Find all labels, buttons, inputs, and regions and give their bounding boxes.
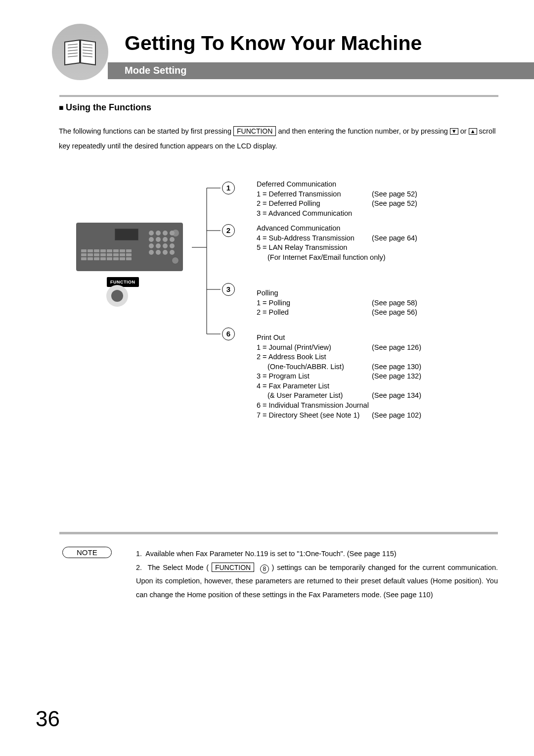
down-arrow-icon: ▼ [450,128,458,135]
page-number: 36 [36,707,60,731]
function-block-6: Print Out 1 = Journal (Print/View) 2 = A… [257,333,369,420]
page-refs-2: (See page 64) [372,224,417,243]
function-key-label: FUNCTION [233,126,276,136]
note-label: NOTE [62,547,112,558]
function-button-illustration [111,290,123,302]
note-2: 2. The Select Mode ( FUNCTION 8 ) settin… [136,561,498,602]
square-bullet-icon: ■ [59,103,66,112]
page-refs-3: (See page 58) (See page 56) [372,288,417,318]
manual-page: Getting To Know Your Machine Mode Settin… [0,0,534,756]
function-block-1: Deferred Communication 1 = Deferred Tran… [257,180,352,218]
function-block-3: Polling 1 = Polling 2 = Polled [257,288,290,318]
footer-divider [59,532,498,534]
menu-number-1: 1 [222,182,235,194]
up-arrow-icon: ▲ [469,128,477,135]
intro-paragraph: The following functions can be started b… [59,124,497,154]
notes-list: 1. Available when Fax Parameter No.119 i… [136,547,498,602]
function-block-2: Advanced Communication 4 = Sub-Address T… [257,224,386,262]
menu-number-6: 6 [222,328,235,340]
function-button-label: FUNCTION [107,277,139,287]
function-key-label: FUNCTION [212,563,254,572]
control-panel-illustration [76,223,183,271]
chapter-title: Getting To Know Your Machine [125,32,422,55]
subsection-heading: ■ Using the Functions [59,102,151,113]
keypad-8-icon: 8 [260,565,269,573]
page-header: Getting To Know Your Machine Mode Settin… [0,21,534,84]
menu-number-3: 3 [222,283,235,296]
tree-connector [192,178,241,336]
page-refs-1: (See page 52) (See page 52) [372,180,417,209]
page-refs-6: (See page 126) (See page 130) (See page … [372,333,421,420]
keypad-illustration [149,231,175,255]
section-bar: Mode Setting [108,62,534,79]
menu-number-2: 2 [222,224,235,237]
divider [59,95,498,97]
book-icon [52,24,108,80]
note-1: 1. Available when Fax Parameter No.119 i… [136,547,498,561]
